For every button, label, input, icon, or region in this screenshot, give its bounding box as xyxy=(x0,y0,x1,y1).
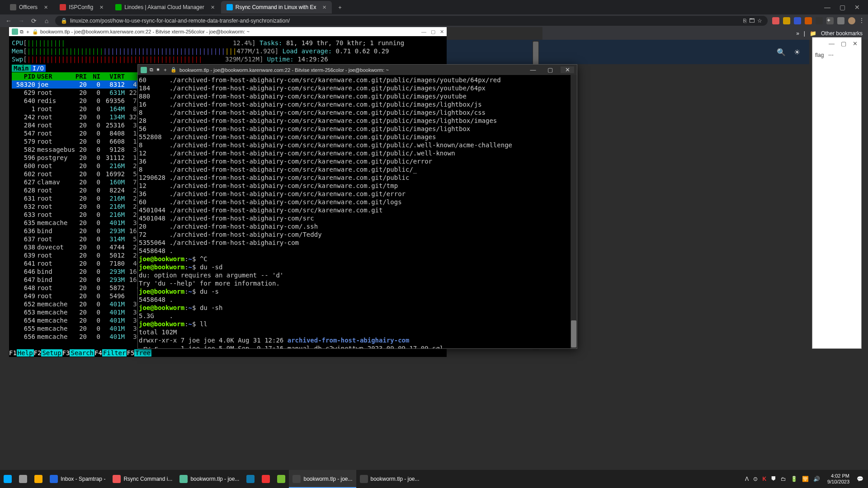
taskbar-button[interactable] xyxy=(0,470,15,488)
taskbar-button[interactable] xyxy=(258,470,274,488)
address-bar: ← → ⟳ ⌂ 🔒 linuxize.com/post/how-to-use-r… xyxy=(0,14,868,27)
minimize-icon[interactable]: — xyxy=(829,40,835,47)
app-icon xyxy=(292,475,301,483)
tab-main[interactable]: Main xyxy=(12,65,31,72)
taskbar-label: Rsync Command i... xyxy=(123,476,172,482)
search-icon[interactable]: 🔍 xyxy=(777,48,786,56)
maximize-icon[interactable]: ▢ xyxy=(841,40,846,47)
close-icon[interactable]: ✕ xyxy=(440,29,444,35)
paste-icon[interactable]: ＋ xyxy=(25,28,30,35)
translate-icon[interactable]: 🗔 xyxy=(749,18,755,24)
htop-header: CPU[|||||||||| 12.4%] Tasks: 81, 149 thr… xyxy=(12,39,444,63)
du-output: 60 ./archived-from-host-abighairy-com/sr… xyxy=(139,76,576,255)
lock-icon: 🔒 xyxy=(61,18,67,24)
tray-icon[interactable]: ⊙ xyxy=(753,476,758,482)
install-icon[interactable]: ⎘ xyxy=(743,18,746,24)
settings-icon[interactable]: ✷ xyxy=(156,67,160,73)
notifications-icon[interactable]: 💬 xyxy=(857,476,863,482)
maximize-icon[interactable]: ▢ xyxy=(431,29,435,35)
copy-icon[interactable]: ⧉ xyxy=(20,29,24,35)
close-icon[interactable]: ✕ xyxy=(854,4,860,11)
avatar-icon[interactable] xyxy=(848,17,855,24)
side-window[interactable]: — ▢ ✕ flag ⋯ xyxy=(812,37,862,349)
shell-session: joe@bookworm:~$ ^Cjoe@bookworm:~$ du -sd… xyxy=(139,255,576,348)
scrollbar-thumb[interactable] xyxy=(571,320,576,347)
tab-io[interactable]: I/O xyxy=(31,65,46,72)
tray-icon[interactable]: 🔋 xyxy=(791,476,797,482)
output-line: 36 ./archived-from-host-abighairy-com/sr… xyxy=(139,190,576,198)
menu-icon[interactable]: ⋮ xyxy=(859,17,864,24)
terminal-scrollbar[interactable] xyxy=(571,75,577,348)
maximize-icon[interactable]: ▢ xyxy=(840,4,845,11)
favicon xyxy=(10,4,16,10)
tab-rsync-active[interactable]: Rsync Command in Linux with Ex✕ xyxy=(221,1,332,14)
bookmarks-more[interactable]: » xyxy=(796,30,799,37)
close-icon[interactable]: ✕ xyxy=(44,5,48,10)
close-icon[interactable]: ✕ xyxy=(561,66,574,73)
nav-back-icon[interactable]: ← xyxy=(5,17,13,24)
taskbar-button[interactable]: Inbox - Spamtrap - xyxy=(46,470,109,488)
theme-icon[interactable]: ☀ xyxy=(794,48,800,56)
close-icon[interactable]: ✕ xyxy=(853,40,858,47)
taskbar-button[interactable]: Rsync Command i... xyxy=(109,470,176,488)
system-tray: ᐱ ⊙ K ⛊ 🗀 🔋 🛜 🔊 4:02 PM 9/10/2023 💬 xyxy=(745,473,868,485)
reload-icon[interactable]: ⟳ xyxy=(30,17,38,24)
nav-forward-icon[interactable]: → xyxy=(17,17,25,24)
ext-icon[interactable] xyxy=(837,17,844,24)
ext-icon[interactable] xyxy=(805,17,812,24)
load-label: Load average: xyxy=(283,47,336,55)
ext-icon[interactable] xyxy=(794,17,801,24)
tab-linodes[interactable]: Linodes | Akamai Cloud Manager✕ xyxy=(110,1,220,14)
tab-label: Linodes | Akamai Cloud Manager xyxy=(124,4,204,10)
star-icon[interactable]: ☆ xyxy=(757,18,762,24)
ext-icon[interactable] xyxy=(816,17,823,24)
ext-icon[interactable] xyxy=(772,17,779,24)
more-icon[interactable]: ⋯ xyxy=(828,52,834,58)
ext-icon[interactable] xyxy=(783,17,790,24)
close-icon[interactable]: ✕ xyxy=(99,5,104,10)
add-icon[interactable]: ＋ xyxy=(163,66,168,73)
new-tab-button[interactable]: ＋ xyxy=(335,4,345,11)
tray-icon[interactable]: ᐱ xyxy=(745,476,749,482)
app-icon xyxy=(4,475,12,483)
taskbar-button[interactable] xyxy=(31,470,46,488)
minimize-icon[interactable]: — xyxy=(421,29,426,35)
tray-icon[interactable]: 🗀 xyxy=(781,476,786,482)
taskbar-button[interactable] xyxy=(274,470,289,488)
close-icon[interactable]: ✕ xyxy=(322,5,326,10)
taskbar-button[interactable] xyxy=(15,470,31,488)
clock-date: 9/10/2023 xyxy=(827,479,849,485)
taskbar-button[interactable] xyxy=(243,470,258,488)
output-line: 4501048 ./archived-from-host-abighairy-c… xyxy=(139,214,576,222)
taskbar-button[interactable]: bookworm.tlp - joe... xyxy=(176,470,243,488)
taskbar-button[interactable]: bookworm.tlp - joe... xyxy=(356,470,423,488)
close-icon[interactable]: ✕ xyxy=(211,5,215,10)
output-line: 12 ./archived-from-host-abighairy-com/sr… xyxy=(139,149,576,157)
taskbar-button[interactable]: bookworm.tlp - joe... xyxy=(289,470,356,488)
extensions-icon[interactable]: ✦ xyxy=(826,17,834,24)
swp-vals: 329M/512M xyxy=(225,56,259,63)
tab-label: ISPConfig xyxy=(69,4,93,10)
fg-terminal-window[interactable]: ⧉ ✷ ＋ 🔒 bookworm.tlp - joe@bookworm.kare… xyxy=(137,64,577,349)
tray-icon[interactable]: 🛜 xyxy=(802,476,809,482)
window-icon xyxy=(12,28,18,35)
copy-icon[interactable]: ⧉ xyxy=(150,67,153,73)
tray-icon[interactable]: 🔊 xyxy=(813,476,820,482)
output-line: 552808 ./archived-from-host-abighairy-co… xyxy=(139,133,576,141)
fg-terminal-titlebar[interactable]: ⧉ ✷ ＋ 🔒 bookworm.tlp - joe@bookworm.kare… xyxy=(138,65,577,75)
minimize-icon[interactable]: — xyxy=(824,4,830,11)
maximize-icon[interactable]: ▢ xyxy=(543,66,557,73)
minimize-icon[interactable]: — xyxy=(526,66,540,73)
tab-officers[interactable]: Officers✕ xyxy=(5,1,53,14)
col-user: USER xyxy=(37,72,71,80)
home-icon[interactable]: ⌂ xyxy=(42,17,51,24)
tray-icon[interactable]: K xyxy=(762,476,766,482)
url-field[interactable]: 🔒 linuxize.com/post/how-to-use-rsync-for… xyxy=(55,16,768,26)
other-bookmarks[interactable]: Other bookmarks xyxy=(821,30,863,37)
taskbar-clock[interactable]: 4:02 PM 9/10/2023 xyxy=(825,473,852,485)
favicon xyxy=(60,4,66,10)
app-icon xyxy=(19,475,27,483)
fg-terminal-body[interactable]: 60 ./archived-from-host-abighairy-com/sr… xyxy=(138,75,577,348)
tab-ispconfig[interactable]: ISPConfig✕ xyxy=(54,1,109,14)
tray-icon[interactable]: ⛊ xyxy=(771,476,776,482)
